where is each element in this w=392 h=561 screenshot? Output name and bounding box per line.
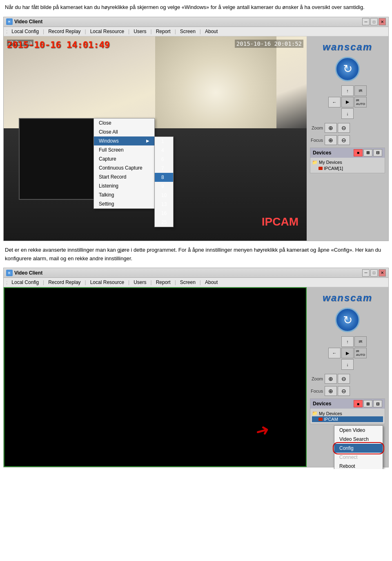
menu-screen-1[interactable]: Screen: [177, 28, 199, 35]
submenu-6[interactable]: 6: [155, 155, 173, 164]
menu-users-1[interactable]: Users: [130, 28, 149, 35]
focus-btns-2: ⊕ ⊖: [325, 386, 350, 396]
btn-play-1[interactable]: ▶: [341, 97, 354, 107]
btn-up-1[interactable]: ↑: [341, 85, 354, 96]
folder-icon-2: 📁: [312, 411, 318, 416]
titlebar-1: Video Client ─ □ ✕: [4, 17, 388, 27]
camera-area-2[interactable]: ➜: [4, 287, 307, 467]
focus-out-btn-1[interactable]: ⊖: [338, 135, 350, 145]
focus-in-btn-2[interactable]: ⊕: [325, 386, 337, 396]
zoom-row-2: Zoom ⊕ ⊖: [310, 374, 385, 384]
ctx2-config[interactable]: Config: [334, 444, 383, 453]
zoom-out-btn-2[interactable]: ⊖: [338, 374, 350, 384]
maximize-button-2[interactable]: □: [370, 269, 378, 277]
context-menu-2[interactable]: Open Video Video Search Config Connect R…: [334, 425, 383, 469]
empty-cell-4: [328, 336, 341, 347]
menu-local-config-1[interactable]: Local Config: [8, 28, 42, 35]
window-controls-1[interactable]: ─ □ ✕: [362, 18, 386, 25]
menu-local-resource-1[interactable]: Local Resource: [87, 28, 127, 35]
menubar-1: ; Local Config | Record Replay | Local R…: [4, 27, 388, 36]
device-item-2[interactable]: IPCAM: [312, 416, 383, 422]
view-btn-quad-1[interactable]: ⊞: [363, 149, 372, 156]
camera-area-1[interactable]: IP Camera 2015-10-16 14:01:49 2015-10-16…: [4, 36, 307, 241]
maximize-button-1[interactable]: □: [370, 18, 378, 25]
ctx-close[interactable]: Close: [94, 118, 154, 127]
view-btn-single-2[interactable]: ■: [354, 400, 363, 407]
camera-timestamp-2: 2015-10-16 20:01:52: [235, 40, 303, 48]
menu-about-1[interactable]: About: [202, 28, 221, 35]
focus-label-1: Focus: [310, 138, 323, 143]
menu-local-config-2[interactable]: Local Config: [8, 279, 42, 286]
submenu-1[interactable]: 1: [155, 137, 173, 146]
zoom-row-1: Zoom ⊕ ⊖: [310, 123, 385, 133]
ctx-continuous-capture[interactable]: Continuous Capture: [94, 163, 154, 172]
ctx-windows-arrow: ▶: [146, 139, 149, 143]
menu-local-resource-2[interactable]: Local Resource: [87, 279, 127, 286]
minimize-button-1[interactable]: ─: [362, 18, 370, 25]
close-button-1[interactable]: ✕: [379, 18, 386, 25]
menu-record-replay-1[interactable]: Record Replay: [45, 28, 84, 35]
ctx2-video-search[interactable]: Video Search: [334, 435, 383, 444]
ctx-windows[interactable]: Windows ▶ 1 4 6 7 8 9 10 13: [94, 136, 154, 145]
view-btn-quad-2[interactable]: ⊞: [363, 400, 372, 407]
window-title-2: Video Client: [14, 270, 42, 276]
btn-left-1[interactable]: ←: [328, 97, 341, 107]
submenu-8[interactable]: 8: [155, 173, 173, 182]
title-left-1: Video Client: [6, 18, 42, 25]
minimize-button-2[interactable]: ─: [362, 269, 370, 277]
windows-submenu[interactable]: 1 4 6 7 8 9 10 13 16 25: [154, 136, 174, 227]
btn-ir-2[interactable]: IR: [354, 336, 367, 347]
menu-screen-2[interactable]: Screen: [177, 279, 199, 286]
ctx-setting[interactable]: Setting: [94, 199, 154, 208]
btn-ir-1[interactable]: IR: [354, 85, 367, 96]
menu-separator-2: ;: [5, 279, 8, 286]
focus-in-btn-1[interactable]: ⊕: [325, 135, 337, 145]
submenu-16[interactable]: 16: [155, 209, 173, 218]
context-menu-1[interactable]: Close Close All Windows ▶ 1 4 6 7 8: [94, 118, 155, 209]
ctx-fullscreen[interactable]: Full Screen: [94, 145, 154, 154]
sep2: |: [84, 28, 87, 35]
device-dot-2: [318, 418, 323, 421]
btn-play-2[interactable]: ▶: [341, 348, 354, 358]
menu-separator: ;: [5, 28, 8, 35]
submenu-9[interactable]: 9: [155, 182, 173, 191]
close-button-2[interactable]: ✕: [379, 269, 386, 277]
ctx-start-record[interactable]: Start Record: [94, 172, 154, 181]
ctx-capture[interactable]: Capture: [94, 154, 154, 163]
menu-report-2[interactable]: Report: [153, 279, 174, 286]
ctx2-connect[interactable]: Connect: [334, 453, 383, 462]
ctx-talking[interactable]: Talking: [94, 190, 154, 199]
focus-out-btn-2[interactable]: ⊖: [338, 386, 350, 396]
device-item-1[interactable]: IPCAM[1]: [312, 165, 383, 171]
ctx-listening[interactable]: Listening: [94, 181, 154, 190]
submenu-4[interactable]: 4: [155, 146, 173, 155]
middle-paragraph: Det er en rekke avanserte innstillinger …: [0, 243, 392, 266]
device-name-1: IPCAM[1]: [324, 166, 343, 171]
zoom-out-btn-1[interactable]: ⊖: [338, 123, 350, 133]
menu-record-replay-2[interactable]: Record Replay: [45, 279, 84, 286]
submenu-10[interactable]: 10: [155, 191, 173, 200]
submenu-13[interactable]: 13: [155, 200, 173, 209]
btn-down-2[interactable]: ↓: [341, 359, 354, 370]
menu-users-2[interactable]: Users: [130, 279, 149, 286]
view-btn-single-1[interactable]: ■: [354, 149, 363, 156]
btn-up-2[interactable]: ↑: [341, 336, 354, 347]
zoom-in-btn-1[interactable]: ⊕: [325, 123, 337, 133]
btn-down-1[interactable]: ↓: [341, 108, 354, 119]
ctx2-reboot[interactable]: Reboot: [334, 462, 383, 469]
menu-about-2[interactable]: About: [202, 279, 221, 286]
zoom-label-2: Zoom: [310, 376, 323, 381]
zoom-in-btn-2[interactable]: ⊕: [325, 374, 337, 384]
submenu-7[interactable]: 7: [155, 164, 173, 173]
view-btn-grid-2[interactable]: ⊟: [373, 400, 382, 407]
window-controls-2[interactable]: ─ □ ✕: [362, 269, 386, 277]
ctx-close-all[interactable]: Close All: [94, 127, 154, 136]
ctx2-open-video[interactable]: Open Video: [334, 426, 383, 435]
btn-ir-auto-1[interactable]: IRAUTO: [354, 97, 367, 107]
menu-report-1[interactable]: Report: [153, 28, 174, 35]
btn-ir-auto-2[interactable]: IRAUTO: [354, 348, 367, 358]
btn-left-2[interactable]: ←: [328, 348, 341, 358]
view-btn-grid-1[interactable]: ⊟: [373, 149, 382, 156]
submenu-25[interactable]: 25: [155, 218, 173, 227]
right-panel-2: wanscam ↻ ↑ IR ← ▶ IRAUTO ↓ Zoom ⊕ ⊖: [307, 287, 388, 467]
